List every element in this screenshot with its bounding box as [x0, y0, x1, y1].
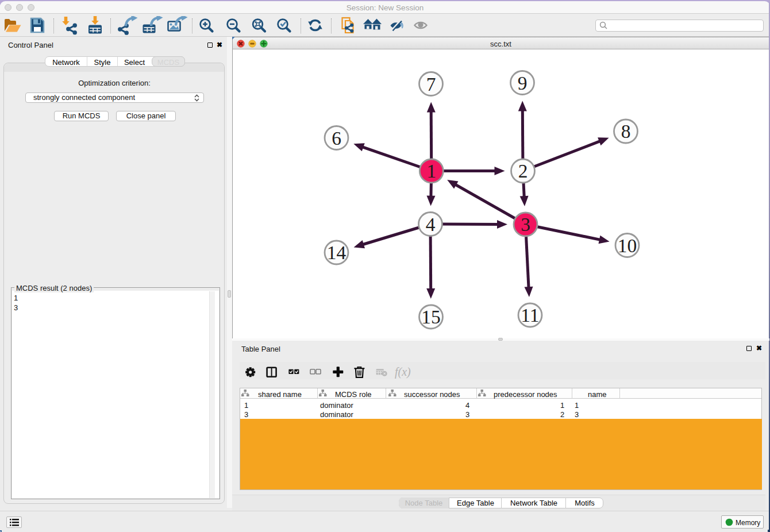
svg-text:1: 1 — [426, 160, 436, 182]
svg-text:9: 9 — [518, 72, 528, 94]
svg-text:11: 11 — [521, 304, 539, 326]
svg-text:4: 4 — [426, 214, 436, 235]
svg-text:f(x): f(x) — [395, 365, 411, 379]
svg-text:15: 15 — [421, 306, 441, 327]
svg-text:7: 7 — [426, 74, 436, 95]
svg-text:2: 2 — [518, 160, 528, 182]
svg-text:3: 3 — [521, 214, 530, 235]
svg-text:8: 8 — [621, 121, 631, 142]
svg-text:14: 14 — [327, 242, 346, 263]
svg-text:6: 6 — [332, 128, 341, 149]
svg-text:10: 10 — [618, 235, 637, 256]
